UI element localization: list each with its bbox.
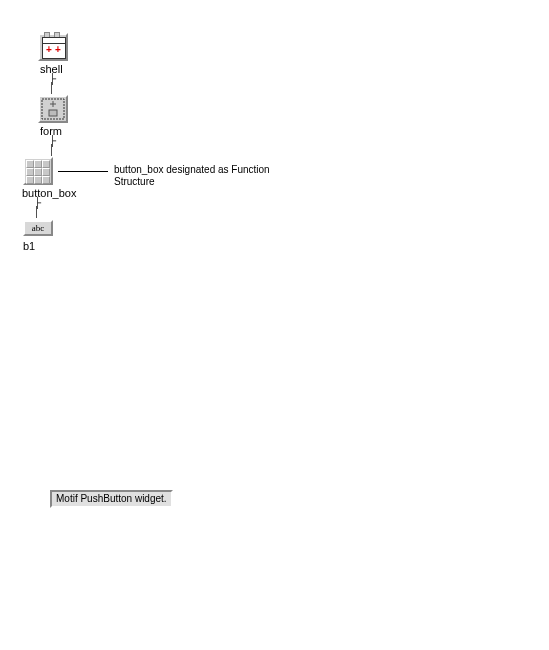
annotation-text-line2: Structure	[114, 176, 155, 188]
annotation-connector	[58, 171, 108, 172]
node-label-b1: b1	[23, 240, 35, 252]
status-text: Motif PushButton widget.	[56, 493, 167, 504]
connector: │	[49, 83, 55, 93]
tree-node-form[interactable]	[38, 95, 68, 123]
tree-node-b1[interactable]: abc	[23, 220, 53, 236]
tree-node-button-box[interactable]	[23, 157, 53, 185]
node-label-button-box: button_box	[22, 187, 76, 199]
pushbutton-icon: abc	[23, 220, 53, 236]
svg-rect-3	[49, 110, 57, 116]
shell-icon: ++	[38, 33, 68, 61]
tree-node-shell[interactable]: ++	[38, 33, 68, 61]
grid-icon	[23, 157, 53, 185]
annotation-text-line1: button_box designated as Function	[114, 164, 270, 176]
connector: │	[49, 145, 55, 155]
form-icon	[38, 95, 68, 123]
connector: │	[34, 207, 40, 217]
status-bar: Motif PushButton widget.	[50, 490, 173, 508]
